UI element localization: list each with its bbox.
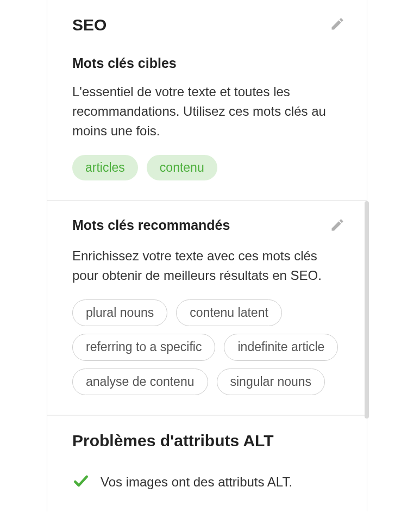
recommended-keywords-tags: plural nouns contenu latent referring to… [72,299,345,396]
check-icon [72,472,90,492]
keyword-tag[interactable]: articles [72,155,138,181]
seo-title: SEO [72,15,106,35]
recommended-keywords-section: Mots clés recommandés Enrichissez votre … [47,201,367,416]
recommended-keywords-heading: Mots clés recommandés [72,216,230,234]
pencil-icon[interactable] [330,217,345,233]
keyword-tag[interactable]: analyse de contenu [72,369,208,396]
alt-status-row: Vos images ont des attributs ALT. [72,472,345,492]
seo-header: SEO [72,15,345,35]
seo-panel: SEO Mots clés cibles L'essentiel de votr… [47,0,367,511]
keyword-tag[interactable]: plural nouns [72,299,167,327]
alt-issues-title: Problèmes d'attributs ALT [72,431,345,451]
target-keywords-heading: Mots clés cibles [72,54,345,72]
recommended-keywords-description: Enrichissez votre texte avec ces mots cl… [72,246,345,285]
target-keywords-tags: articles contenu [72,155,345,181]
pencil-icon[interactable] [330,16,345,32]
recommended-header: Mots clés recommandés [72,216,345,234]
keyword-tag[interactable]: indefinite article [224,334,338,361]
keyword-tag[interactable]: singular nouns [217,369,325,396]
alt-issues-section: Problèmes d'attributs ALT Vos images ont… [47,416,367,511]
scrollbar-thumb[interactable] [365,201,369,419]
seo-section: SEO Mots clés cibles L'essentiel de votr… [47,0,367,201]
keyword-tag[interactable]: referring to a specific [72,334,215,361]
target-keywords-block: Mots clés cibles L'essentiel de votre te… [72,54,345,180]
target-keywords-description: L'essentiel de votre texte et toutes les… [72,82,345,141]
alt-status-text: Vos images ont des attributs ALT. [101,474,292,490]
keyword-tag[interactable]: contenu [147,155,217,181]
keyword-tag[interactable]: contenu latent [176,299,282,327]
